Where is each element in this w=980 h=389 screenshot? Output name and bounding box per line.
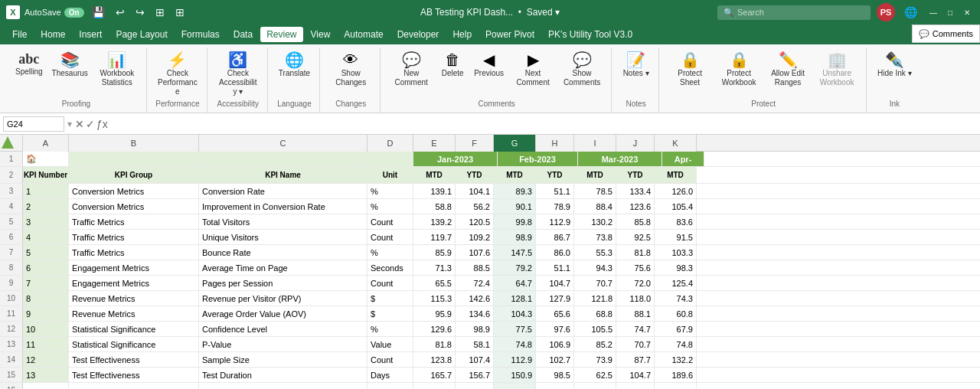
menu-formulas[interactable]: Formulas [175, 27, 226, 42]
cell-16-2[interactable] [199, 383, 368, 389]
thesaurus-button[interactable]: 📚 Thesaurus [49, 51, 91, 80]
cell-13-4[interactable]: 81.8 [413, 337, 456, 351]
cell-16-10[interactable] [655, 383, 697, 389]
cell-8-0[interactable]: 6 [23, 260, 69, 275]
cell-7-6[interactable]: 147.5 [494, 245, 536, 260]
cell-14-10[interactable]: 132.2 [655, 352, 697, 367]
cell-reference-input[interactable] [3, 116, 64, 132]
cell-15-10[interactable]: 189.6 [655, 368, 697, 382]
cell-12-5[interactable]: 98.9 [456, 322, 494, 336]
cell-g2[interactable]: MTD [494, 167, 536, 183]
spelling-button[interactable]: abc Spelling [12, 51, 46, 78]
cell-16-6[interactable] [494, 383, 536, 389]
cell-10-2[interactable]: Revenue per Visitor (RPV) [199, 291, 368, 306]
cell-10-6[interactable]: 128.1 [494, 291, 536, 306]
col-header-i[interactable]: I [574, 135, 616, 152]
notes-button[interactable]: 📝 Notes ▾ [620, 51, 652, 80]
cell-13-3[interactable]: Value [368, 337, 413, 351]
cell-5-7[interactable]: 112.9 [536, 214, 574, 229]
menu-page-layout[interactable]: Page Layout [109, 27, 173, 42]
cell-15-3[interactable]: Days [368, 368, 413, 382]
cell-i2[interactable]: MTD [574, 167, 616, 183]
cell-d2[interactable]: Unit [368, 167, 413, 183]
col-header-c[interactable]: C [199, 135, 368, 152]
menu-automate[interactable]: Automate [338, 27, 389, 42]
cell-11-8[interactable]: 68.8 [574, 306, 616, 321]
cell-c1[interactable] [199, 152, 368, 166]
cell-9-5[interactable]: 72.4 [456, 276, 494, 290]
hide-ink-button[interactable]: ✒️ Hide Ink ▾ [874, 51, 914, 80]
cell-12-2[interactable]: Confidence Level [199, 322, 368, 336]
cell-7-9[interactable]: 81.8 [616, 245, 655, 260]
formula-input[interactable] [111, 119, 977, 129]
cell-10-3[interactable]: $ [368, 291, 413, 306]
col-header-d[interactable]: D [368, 135, 413, 152]
cell-13-0[interactable]: 11 [23, 337, 69, 351]
cell-11-10[interactable]: 60.8 [655, 306, 697, 321]
cell-3-2[interactable]: Conversion Rate [199, 184, 368, 198]
cell-6-9[interactable]: 92.5 [616, 230, 655, 244]
cell-12-10[interactable]: 67.9 [655, 322, 697, 336]
unshare-workbook-button[interactable]: 🏢 Unshare Workbook [814, 51, 860, 89]
cell-3-5[interactable]: 104.1 [456, 184, 494, 198]
search-input[interactable] [737, 8, 852, 17]
cell-13-7[interactable]: 106.9 [536, 337, 574, 351]
cell-9-0[interactable]: 7 [23, 276, 69, 290]
cell-6-5[interactable]: 109.2 [456, 230, 494, 244]
cell-5-4[interactable]: 139.2 [413, 214, 456, 229]
col-header-f[interactable]: F [456, 135, 494, 152]
cell-6-10[interactable]: 91.5 [655, 230, 697, 244]
cell-14-0[interactable]: 12 [23, 352, 69, 367]
cell-k2[interactable]: MTD [655, 167, 697, 183]
new-comment-button[interactable]: 💬 New Comment [388, 51, 434, 89]
cell-14-9[interactable]: 87.7 [616, 352, 655, 367]
cell-7-5[interactable]: 107.6 [456, 245, 494, 260]
cell-4-6[interactable]: 90.1 [494, 199, 536, 214]
menu-pk-utility[interactable]: PK's Utility Tool V3.0 [542, 27, 639, 42]
cell-7-1[interactable]: Traffic Metrics [69, 245, 199, 260]
cell-8-4[interactable]: 71.3 [413, 260, 456, 275]
cell-15-6[interactable]: 150.9 [494, 368, 536, 382]
minimize-button[interactable]: — [926, 5, 940, 19]
menu-developer[interactable]: Developer [391, 27, 446, 42]
cell-12-8[interactable]: 105.5 [574, 322, 616, 336]
cell-8-5[interactable]: 88.5 [456, 260, 494, 275]
cell-5-10[interactable]: 83.6 [655, 214, 697, 229]
col-header-j[interactable]: J [616, 135, 655, 152]
cell-11-0[interactable]: 9 [23, 306, 69, 321]
cell-11-2[interactable]: Average Order Value (AOV) [199, 306, 368, 321]
col-header-a[interactable]: A [23, 135, 69, 152]
cell-15-4[interactable]: 165.7 [413, 368, 456, 382]
cell-14-2[interactable]: Sample Size [199, 352, 368, 367]
undo-button[interactable]: ↩ [113, 5, 128, 20]
cell-13-9[interactable]: 70.7 [616, 337, 655, 351]
cell-4-0[interactable]: 2 [23, 199, 69, 214]
avatar[interactable]: PS [877, 3, 895, 21]
cell-13-5[interactable]: 58.1 [456, 337, 494, 351]
col-header-h[interactable]: H [536, 135, 574, 152]
cell-7-4[interactable]: 85.9 [413, 245, 456, 260]
cell-9-6[interactable]: 64.7 [494, 276, 536, 290]
cell-a2[interactable]: KPI Number [23, 167, 69, 183]
cell-7-7[interactable]: 86.0 [536, 245, 574, 260]
workbook-statistics-button[interactable]: 📊 Workbook Statistics [94, 51, 140, 89]
cell-13-1[interactable]: Statistical Significance [69, 337, 199, 351]
cell-10-9[interactable]: 118.0 [616, 291, 655, 306]
cell-9-4[interactable]: 65.5 [413, 276, 456, 290]
cancel-formula-button[interactable]: ✕ [75, 118, 84, 130]
cell-8-2[interactable]: Average Time on Page [199, 260, 368, 275]
close-button[interactable]: ✕ [960, 5, 974, 19]
menu-review[interactable]: Review [260, 27, 302, 42]
cell-3-7[interactable]: 51.1 [536, 184, 574, 198]
cell-6-8[interactable]: 73.8 [574, 230, 616, 244]
cell-b2[interactable]: KPI Group [69, 167, 199, 183]
cell-7-3[interactable]: % [368, 245, 413, 260]
cell-5-3[interactable]: Count [368, 214, 413, 229]
cell-k1[interactable]: Apr- [662, 152, 704, 166]
cell-16-5[interactable] [456, 383, 494, 389]
cell-12-4[interactable]: 129.6 [413, 322, 456, 336]
cell-d1[interactable] [368, 152, 413, 166]
cell-14-8[interactable]: 73.9 [574, 352, 616, 367]
menu-view[interactable]: View [305, 27, 337, 42]
cell-10-8[interactable]: 121.8 [574, 291, 616, 306]
